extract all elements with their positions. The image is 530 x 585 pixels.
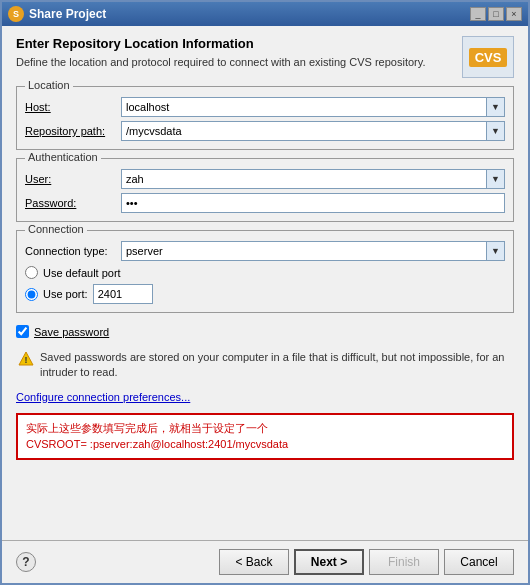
- back-button[interactable]: < Back: [219, 549, 289, 575]
- password-label: Password:: [25, 197, 115, 209]
- repo-dropdown-btn[interactable]: ▼: [487, 121, 505, 141]
- repo-path-input-wrap: ▼: [121, 121, 505, 141]
- host-label: Host:: [25, 101, 115, 113]
- user-dropdown-btn[interactable]: ▼: [487, 169, 505, 189]
- cvs-logo-text: CVS: [469, 48, 508, 67]
- title-buttons: _ □ ×: [470, 7, 522, 21]
- title-bar-left: S Share Project: [8, 6, 106, 22]
- host-row: Host: ▼: [25, 97, 505, 117]
- svg-text:!: !: [25, 355, 28, 365]
- password-input[interactable]: [121, 193, 505, 213]
- auth-group: Authentication User: ▼ Password:: [16, 158, 514, 222]
- footer-buttons: < Back Next > Finish Cancel: [219, 549, 514, 575]
- connection-group-label: Connection: [25, 223, 87, 235]
- header-text: Enter Repository Location Information De…: [16, 36, 452, 70]
- maximize-button[interactable]: □: [488, 7, 504, 21]
- save-password-checkbox[interactable]: [16, 325, 29, 338]
- page-title: Enter Repository Location Information: [16, 36, 452, 51]
- use-port-label: Use port:: [43, 288, 88, 300]
- tooltip-text: 实际上这些参数填写完成后，就相当于设定了一个CVSROOT= :pserver:…: [26, 420, 504, 453]
- default-port-row: Use default port: [25, 266, 505, 279]
- user-input[interactable]: [121, 169, 487, 189]
- close-button[interactable]: ×: [506, 7, 522, 21]
- repo-path-label: Repository path:: [25, 125, 115, 137]
- minimize-button[interactable]: _: [470, 7, 486, 21]
- password-input-wrap: [121, 193, 505, 213]
- configure-link[interactable]: Configure connection preferences...: [16, 391, 514, 403]
- main-content: Enter Repository Location Information De…: [2, 26, 528, 540]
- footer: ? < Back Next > Finish Cancel: [2, 540, 528, 583]
- finish-button[interactable]: Finish: [369, 549, 439, 575]
- footer-left: ?: [16, 552, 36, 572]
- tooltip-box: 实际上这些参数填写完成后，就相当于设定了一个CVSROOT= :pserver:…: [16, 413, 514, 460]
- user-input-wrap: ▼: [121, 169, 505, 189]
- next-button[interactable]: Next >: [294, 549, 364, 575]
- repo-path-input[interactable]: [121, 121, 487, 141]
- connection-type-row: Connection type: ▼: [25, 241, 505, 261]
- use-port-radio[interactable]: [25, 288, 38, 301]
- default-port-label: Use default port: [43, 267, 121, 279]
- default-port-radio[interactable]: [25, 266, 38, 279]
- user-row: User: ▼: [25, 169, 505, 189]
- connection-type-dropdown-btn[interactable]: ▼: [487, 241, 505, 261]
- share-project-dialog: S Share Project _ □ × Enter Repository L…: [0, 0, 530, 585]
- cvs-logo: CVS: [462, 36, 514, 78]
- title-bar: S Share Project _ □ ×: [2, 2, 528, 26]
- window-title: Share Project: [29, 7, 106, 21]
- save-password-row: Save password: [16, 325, 514, 338]
- warning-icon: !: [18, 351, 34, 367]
- cancel-button[interactable]: Cancel: [444, 549, 514, 575]
- host-input-wrap: ▼: [121, 97, 505, 117]
- use-port-row: Use port:: [25, 284, 505, 304]
- header-section: Enter Repository Location Information De…: [16, 36, 514, 78]
- connection-type-input[interactable]: [121, 241, 487, 261]
- connection-type-wrap: ▼: [121, 241, 505, 261]
- repo-path-row: Repository path: ▼: [25, 121, 505, 141]
- host-input[interactable]: [121, 97, 487, 117]
- host-dropdown-btn[interactable]: ▼: [487, 97, 505, 117]
- auth-group-label: Authentication: [25, 151, 101, 163]
- help-button[interactable]: ?: [16, 552, 36, 572]
- location-group: Location Host: ▼ Repository path: ▼: [16, 86, 514, 150]
- window-icon: S: [8, 6, 24, 22]
- warning-section: ! Saved passwords are stored on your com…: [16, 350, 514, 381]
- connection-type-label: Connection type:: [25, 245, 115, 257]
- connection-group: Connection Connection type: ▼ Use defaul…: [16, 230, 514, 313]
- warning-text: Saved passwords are stored on your compu…: [40, 350, 512, 381]
- password-row: Password:: [25, 193, 505, 213]
- page-description: Define the location and protocol require…: [16, 55, 452, 70]
- save-password-label: Save password: [34, 326, 109, 338]
- port-input[interactable]: [93, 284, 153, 304]
- user-label: User:: [25, 173, 115, 185]
- location-group-label: Location: [25, 79, 73, 91]
